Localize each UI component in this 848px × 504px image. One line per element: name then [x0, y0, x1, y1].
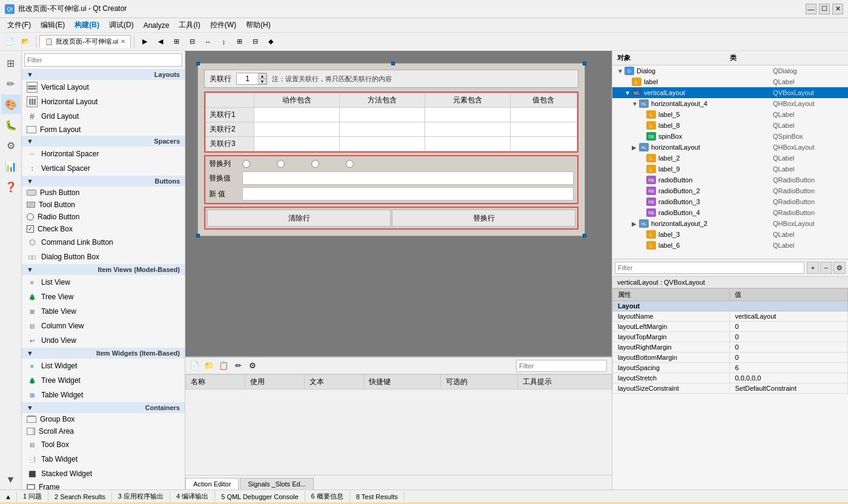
active-tab[interactable]: 📋 批改页面-不可伸缩.ui ✕: [39, 35, 131, 48]
mode-debug[interactable]: 🐛: [1, 115, 21, 134]
status-tab-overview[interactable]: 6 概要信息: [305, 491, 350, 502]
menu-widget[interactable]: 控件(W): [205, 19, 241, 31]
mode-analyze[interactable]: 📊: [1, 156, 21, 176]
prop-val-leftmargin[interactable]: 0: [730, 322, 848, 332]
menu-analyze[interactable]: Analyze: [139, 20, 174, 31]
widget-form-layout[interactable]: Form Layout: [22, 124, 185, 136]
expand-vlayout[interactable]: ▼: [624, 90, 632, 96]
prop-row-stretch[interactable]: layoutStretch 0,0,0,0,0: [613, 373, 848, 383]
toolbar-btn-2[interactable]: ◀: [153, 35, 168, 49]
radio-opt-1[interactable]: [242, 160, 253, 168]
bottom-btn-2[interactable]: 📁: [202, 359, 216, 373]
handle-bl[interactable]: [196, 234, 200, 237]
expand-hlayout2[interactable]: ▶: [632, 220, 639, 227]
toolbar-new[interactable]: 📄: [2, 35, 17, 49]
category-containers[interactable]: ▼Containers: [22, 402, 185, 413]
widget-undo-view[interactable]: ↩ Undo View: [22, 333, 185, 348]
row-1-value[interactable]: [510, 108, 577, 122]
widget-dialog-button-box[interactable]: □□ Dialog Button Box: [22, 250, 185, 264]
widget-table-widget[interactable]: ⊞ Table Widget: [22, 388, 185, 402]
prop-val-bottommargin[interactable]: 0: [730, 353, 848, 363]
category-layouts[interactable]: ▼Layouts: [22, 69, 185, 80]
expand-dialog[interactable]: ▼: [617, 68, 624, 75]
widget-radio-button[interactable]: Radio Button: [22, 211, 185, 223]
obj-row-vertical-layout[interactable]: ▼ VL verticalLayout QVBoxLayout: [612, 87, 848, 98]
prop-row-sizeconstraint[interactable]: layoutSizeConstraint SetDefaultConstrain…: [613, 383, 848, 394]
widget-tree-view[interactable]: 🌲 Tree View: [22, 290, 185, 304]
category-spacers[interactable]: ▼Spacers: [22, 136, 185, 147]
row-3-method[interactable]: [339, 137, 425, 151]
row-3-action[interactable]: [254, 137, 340, 151]
widget-tool-box[interactable]: ⊟ Tool Box: [22, 437, 185, 452]
prop-val-sizeconstraint[interactable]: SetDefaultConstraint: [730, 383, 848, 394]
spinbox-down[interactable]: ▼: [258, 79, 267, 84]
obj-row-label2[interactable]: L label_2 QLabel: [612, 153, 848, 164]
mode-projects[interactable]: ⚙: [1, 136, 21, 155]
spinbox-up[interactable]: ▲: [258, 73, 267, 79]
toolbar-btn-6[interactable]: ↕: [216, 35, 231, 49]
obj-row-dialog[interactable]: ▼ D Dialog QDialog: [612, 65, 848, 76]
menu-build[interactable]: 构建(B): [70, 19, 104, 31]
prop-val-topmargin[interactable]: 0: [730, 332, 848, 342]
widget-frame[interactable]: Frame: [22, 481, 185, 489]
obj-row-label9[interactable]: L label_9 QLabel: [612, 164, 848, 174]
widget-group-box[interactable]: Group Box: [22, 413, 185, 425]
widget-stacked-widget[interactable]: ⬛ Stacked Widget: [22, 466, 185, 481]
prop-row-leftmargin[interactable]: layoutLeftMargin 0: [613, 322, 848, 332]
row-3-value[interactable]: [510, 137, 577, 151]
prop-row-layoutname[interactable]: layoutName verticalLayout: [613, 311, 848, 322]
mode-edit[interactable]: ✏: [1, 74, 21, 93]
prop-filter-btn-minus[interactable]: −: [820, 262, 832, 274]
obj-row-hlayout2[interactable]: ▶ HL horizontalLayout_2 QHBoxLayout: [612, 218, 848, 229]
obj-row-label3[interactable]: L label_3 QLabel: [612, 229, 848, 240]
mode-help[interactable]: ❓: [1, 177, 21, 196]
row-2-action[interactable]: [254, 122, 340, 137]
widget-column-view[interactable]: ⊟ Column View: [22, 319, 185, 333]
mode-output[interactable]: ▼: [1, 470, 21, 489]
obj-row-hlayout[interactable]: ▶ HL horizontalLayout QHBoxLayout: [612, 142, 848, 153]
widget-tab-widget[interactable]: 📑 Tab Widget: [22, 452, 185, 466]
radio-opt-4[interactable]: [346, 160, 356, 168]
obj-row-label5[interactable]: L label_5 QLabel: [612, 109, 848, 120]
widget-push-button[interactable]: Push Button: [22, 187, 185, 199]
new-value-input[interactable]: [242, 187, 574, 201]
replace-row-button[interactable]: 替换行: [392, 210, 575, 227]
toolbar-btn-8[interactable]: ⊟: [248, 35, 262, 49]
category-buttons[interactable]: ▼Buttons: [22, 176, 185, 187]
obj-row-hlayout4[interactable]: ▼ HL horizontalLayout_4 QHBoxLayout: [612, 98, 848, 109]
widget-vertical-spacer[interactable]: ↕ Vertical Spacer: [22, 161, 185, 176]
row-2-value[interactable]: [510, 122, 577, 137]
toolbar-open[interactable]: 📂: [18, 35, 33, 49]
prop-row-bottommargin[interactable]: layoutBottomMargin 0: [613, 353, 848, 363]
widget-list-widget[interactable]: ≡ List Widget: [22, 359, 185, 373]
toolbar-btn-1[interactable]: ▶: [137, 35, 152, 49]
obj-row-radiobutton[interactable]: RB radioButton QRadioButton: [612, 174, 848, 185]
toolbar-btn-7[interactable]: ⊞: [232, 35, 247, 49]
menu-file[interactable]: 文件(F): [2, 19, 36, 31]
close-button[interactable]: ✕: [832, 4, 843, 15]
properties-filter-input[interactable]: [615, 262, 804, 274]
bottom-btn-4[interactable]: ✏: [231, 359, 245, 373]
menu-edit[interactable]: 编辑(E): [36, 19, 70, 31]
widget-list-view[interactable]: ≡ List View: [22, 275, 185, 290]
widget-horizontal-layout[interactable]: Horizontal Layout: [22, 94, 185, 109]
widget-check-box[interactable]: ✓ Check Box: [22, 223, 185, 235]
radio-3[interactable]: [311, 160, 319, 168]
prop-val-spacing[interactable]: 6: [730, 363, 848, 373]
status-expand-btn[interactable]: ▲: [0, 492, 17, 502]
radio-opt-2[interactable]: [277, 160, 287, 168]
bottom-btn-5[interactable]: ⚙: [246, 359, 259, 373]
toolbar-btn-9[interactable]: ◆: [263, 35, 278, 49]
toolbar-btn-3[interactable]: ⊞: [169, 35, 184, 49]
status-tab-tests[interactable]: 8 Test Results: [350, 492, 405, 502]
row-1-action[interactable]: [254, 108, 340, 122]
clear-row-button[interactable]: 清除行: [207, 210, 391, 227]
status-tab-app-output[interactable]: 3 应用程序输出: [112, 491, 170, 502]
tab-close-button[interactable]: ✕: [121, 38, 125, 45]
widget-grid-layout[interactable]: # Grid Layout: [22, 109, 185, 124]
toolbar-btn-5[interactable]: ↔: [200, 35, 215, 49]
prop-val-rightmargin[interactable]: 0: [730, 342, 848, 353]
obj-row-label6[interactable]: L label_6 QLabel: [612, 240, 848, 251]
menu-debug[interactable]: 调试(D): [104, 19, 139, 31]
radio-2[interactable]: [277, 160, 285, 168]
